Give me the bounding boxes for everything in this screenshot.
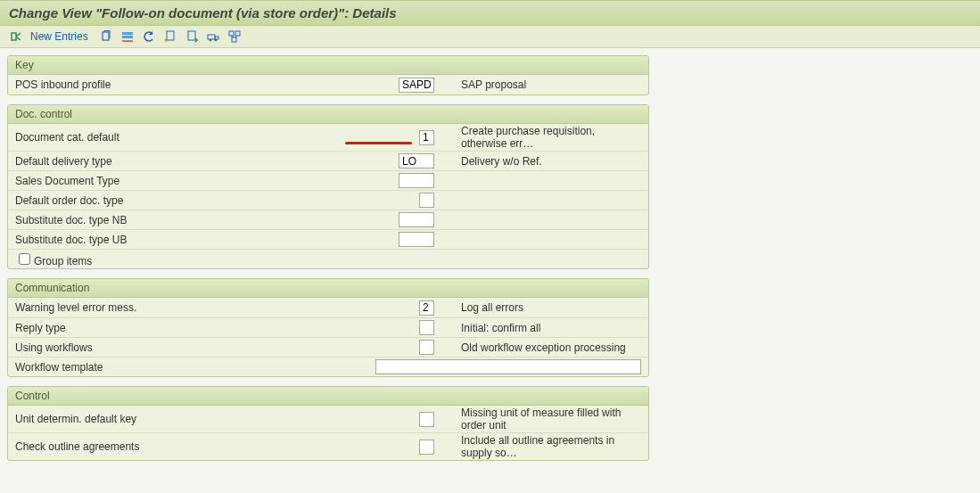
svg-rect-4	[167, 31, 174, 40]
svg-rect-2	[122, 36, 133, 38]
group-control-header: Control	[8, 387, 648, 406]
default-delivery-type-label: Default delivery type	[15, 155, 381, 168]
sales-doc-type-input[interactable]	[399, 173, 434, 188]
group-doc-control: Doc. control Document cat. default Creat…	[7, 104, 649, 269]
using-workflows-input[interactable]	[419, 340, 434, 355]
default-order-doc-type-label: Default order doc. type	[15, 194, 381, 207]
doc-cat-default-input[interactable]	[419, 130, 434, 145]
pos-profile-descr: SAP proposal	[434, 78, 641, 91]
check-outline-input[interactable]	[419, 440, 434, 455]
svg-rect-12	[232, 37, 236, 42]
workflow-template-input[interactable]	[375, 359, 641, 374]
group-communication: Communication Warning level error mess. …	[7, 278, 649, 377]
svg-rect-0	[103, 32, 109, 40]
unit-default-key-input[interactable]	[419, 412, 434, 427]
transport-icon[interactable]	[206, 29, 220, 44]
default-delivery-type-input[interactable]	[399, 153, 434, 168]
pos-profile-label: POS inbound profile	[15, 78, 381, 91]
page-title: Change View "Follow-on document (via sto…	[0, 0, 980, 26]
group-control: Control Unit determin. default key Missi…	[7, 386, 649, 461]
new-entries-button[interactable]: New Entries	[30, 30, 88, 43]
unit-default-key-label: Unit determin. default key	[15, 413, 381, 425]
using-workflows-descr: Old workflow exception processing	[434, 341, 641, 354]
group-items-checkbox[interactable]	[19, 253, 30, 265]
svg-rect-1	[122, 32, 133, 35]
sub-doc-type-nb-label: Substitute doc. type NB	[15, 214, 381, 226]
unit-default-key-descr: Missing unit of measure filled with orde…	[434, 407, 641, 431]
check-outline-descr: Include all outline agreements in supply…	[434, 434, 641, 459]
svg-rect-7	[215, 37, 218, 39]
toolbar: New Entries	[0, 26, 980, 48]
copy-icon[interactable]	[99, 29, 113, 44]
doc-prev-icon[interactable]	[163, 29, 177, 44]
doc-cat-default-descr: Create purchase requisition, otherwise e…	[434, 125, 641, 150]
reply-type-descr: Initial: confirm all	[434, 322, 641, 334]
warn-level-label: Warning level error mess.	[15, 301, 381, 314]
sales-doc-type-label: Sales Document Type	[15, 175, 381, 187]
group-key-header: Key	[8, 56, 648, 75]
group-key: Key POS inbound profile SAP proposal	[7, 55, 649, 95]
sub-doc-type-nb-input[interactable]	[399, 212, 434, 227]
reply-type-input[interactable]	[419, 320, 434, 335]
annotation-underline	[345, 142, 412, 144]
group-items-label: Group items	[34, 255, 92, 267]
default-order-doc-type-input[interactable]	[419, 193, 434, 208]
svg-rect-11	[235, 31, 240, 36]
check-outline-label: Check outline agreements	[15, 440, 381, 453]
using-workflows-label: Using workflows	[15, 341, 381, 354]
warn-level-descr: Log all errors	[434, 301, 641, 314]
sub-doc-type-ub-input[interactable]	[399, 232, 434, 247]
warn-level-input[interactable]	[419, 300, 434, 316]
svg-rect-6	[208, 35, 215, 39]
where-used-icon[interactable]	[227, 29, 242, 44]
default-delivery-type-descr: Delivery w/o Ref.	[434, 155, 641, 168]
toggle-icon[interactable]	[9, 29, 23, 44]
undo-icon[interactable]	[142, 29, 156, 44]
delete-row-icon[interactable]	[120, 29, 135, 44]
workflow-template-label: Workflow template	[15, 361, 375, 374]
svg-rect-10	[229, 31, 234, 36]
sub-doc-type-ub-label: Substitute doc. type UB	[15, 234, 381, 246]
pos-profile-input[interactable]	[399, 78, 434, 93]
reply-type-label: Reply type	[15, 322, 381, 334]
doc-cat-default-label: Document cat. default	[15, 131, 381, 144]
doc-next-icon[interactable]	[185, 29, 199, 44]
group-doc-control-header: Doc. control	[8, 105, 648, 124]
svg-point-9	[214, 39, 217, 42]
group-communication-header: Communication	[8, 279, 648, 298]
svg-rect-5	[188, 31, 195, 40]
svg-point-8	[209, 39, 211, 42]
title-text: Change View "Follow-on document (via sto…	[9, 5, 397, 21]
